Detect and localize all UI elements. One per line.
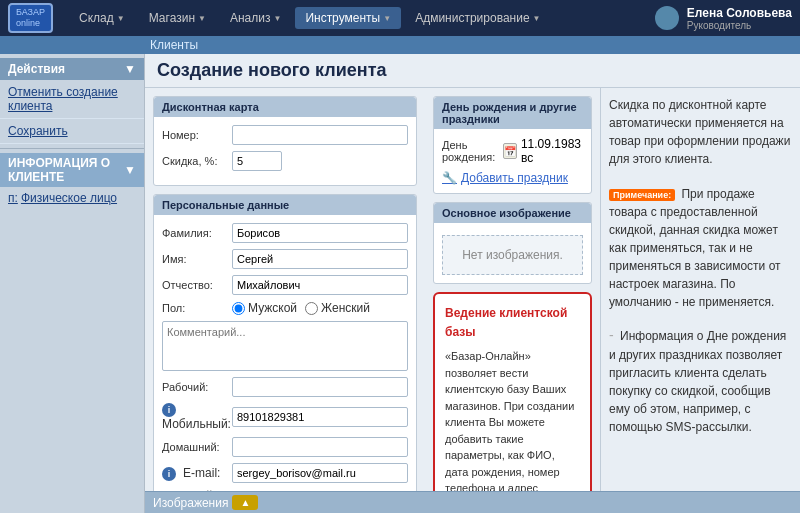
user-name: Елена Соловьева — [687, 6, 792, 20]
note-paragraph: Примечание: При продаже товара с предост… — [609, 185, 792, 311]
birthday-row: День рождения: 📅 11.09.1983 вс — [442, 137, 583, 165]
birthday-info-text: - Информация о Дне рождения и других пра… — [609, 325, 792, 436]
right-column: Скидка по дисконтной карте автоматически… — [600, 88, 800, 491]
main-layout: Действия ▼ Отменить создание клиента Сох… — [0, 54, 800, 513]
mobile-input[interactable] — [232, 407, 408, 427]
mobile-row: i Мобильный: — [162, 403, 408, 431]
discount-number-input[interactable] — [232, 125, 408, 145]
user-info: Елена Соловьева Руководитель — [655, 6, 792, 31]
patronymic-label: Отчество: — [162, 279, 232, 291]
note-label: Примечание: — [609, 189, 675, 201]
chevron-down-icon: ▼ — [124, 163, 136, 177]
page-title: Создание нового клиента — [145, 54, 800, 88]
sidebar: Действия ▼ Отменить создание клиента Сох… — [0, 54, 145, 513]
chevron-down-icon: ▼ — [198, 14, 206, 23]
left-column: Дисконтная карта Номер: Скидка, %: — [145, 88, 425, 491]
gender-female-label[interactable]: Женский — [305, 301, 370, 315]
popup-title: Ведение клиентской базы — [445, 304, 580, 342]
discount-info-text: Скидка по дисконтной карте автоматически… — [609, 96, 792, 311]
mobile-label: i Мобильный: — [162, 403, 232, 431]
logo-line1: БАЗАР — [16, 7, 45, 18]
birthday-label: День рождения: — [442, 139, 503, 163]
birthday-input-group: 📅 11.09.1983 вс — [503, 137, 583, 165]
main-image-body: Нет изображения. — [434, 223, 591, 283]
personal-data-section: Персональные данные Фамилия: Имя: Отчест… — [153, 194, 417, 491]
nav-admin[interactable]: Администрирование ▼ — [405, 7, 550, 29]
personal-data-body: Фамилия: Имя: Отчество: Пол: — [154, 215, 416, 491]
birthday-value: 11.09.1983 вс — [521, 137, 583, 165]
surname-input[interactable] — [232, 223, 408, 243]
middle-column: День рождения и другие праздники День ро… — [425, 88, 600, 491]
client-info-header: ИНФОРМАЦИЯ О КЛИЕНТЕ ▼ — [0, 153, 144, 187]
work-phone-input[interactable] — [232, 377, 408, 397]
client-type-prefix: п: — [8, 191, 18, 205]
logo-box: БАЗАР online — [8, 3, 53, 33]
discount-number-row: Номер: — [162, 125, 408, 145]
patronymic-input[interactable] — [232, 275, 408, 295]
home-phone-input[interactable] — [232, 437, 408, 457]
chevron-down-icon: ▼ — [533, 14, 541, 23]
content-columns: Дисконтная карта Номер: Скидка, %: — [145, 88, 800, 491]
birthday-section: День рождения и другие праздники День ро… — [433, 96, 592, 194]
birthday-body: День рождения: 📅 11.09.1983 вс 🔧 Добавит… — [434, 129, 591, 193]
content-area: Создание нового клиента Дисконтная карта… — [145, 54, 800, 513]
add-holiday-button[interactable]: 🔧 Добавить праздник — [442, 171, 583, 185]
gender-label: Пол: — [162, 302, 232, 314]
discount-number-label: Номер: — [162, 129, 232, 141]
popup-box: Ведение клиентской базы «Базар-Онлайн» п… — [433, 292, 592, 491]
sidebar-item-save[interactable]: Сохранить — [0, 119, 144, 144]
actions-header: Действия ▼ — [0, 58, 144, 80]
bottom-bar-button[interactable]: ▲ — [232, 495, 258, 510]
nav-analiz[interactable]: Анализ ▼ — [220, 7, 291, 29]
birthday-header: День рождения и другие праздники — [434, 97, 591, 129]
comment-row — [162, 321, 408, 371]
popup-text: «Базар-Онлайн» позволяет вести клиентску… — [445, 348, 580, 491]
actions-dropdown-icon: ▼ — [124, 62, 136, 76]
sidebar-item-cancel[interactable]: Отменить создание клиента — [0, 80, 144, 119]
chevron-down-icon: ▼ — [117, 14, 125, 23]
info-icon: i — [162, 403, 176, 417]
surname-label: Фамилия: — [162, 227, 232, 239]
home-phone-label: Домашний: — [162, 441, 232, 453]
info-icon-email: i — [162, 467, 176, 481]
sidebar-divider — [0, 148, 144, 149]
discount-card-header: Дисконтная карта — [154, 97, 416, 117]
gender-male-label[interactable]: Мужской — [232, 301, 297, 315]
user-role: Руководитель — [687, 20, 792, 31]
bottom-bar-label: Изображения — [153, 496, 228, 510]
discount-card-body: Номер: Скидка, %: — [154, 117, 416, 185]
nav-magazin[interactable]: Магазин ▼ — [139, 7, 216, 29]
wrench-icon: 🔧 — [442, 171, 457, 185]
discount-percent-input[interactable] — [232, 151, 282, 171]
work-phone-row: Рабочий: — [162, 377, 408, 397]
chevron-down-icon: ▼ — [383, 14, 391, 23]
surname-row: Фамилия: — [162, 223, 408, 243]
comment-textarea[interactable] — [162, 321, 408, 371]
main-image-header: Основное изображение — [434, 203, 591, 223]
discount-card-section: Дисконтная карта Номер: Скидка, %: — [153, 96, 417, 186]
email-label: i E-mail: — [162, 466, 232, 481]
nav-sklad[interactable]: Склад ▼ — [69, 7, 135, 29]
discount-info-paragraph: Скидка по дисконтной карте автоматически… — [609, 96, 792, 168]
logo: БАЗАР online — [8, 3, 53, 33]
user-avatar — [655, 6, 679, 30]
birthday-info-paragraph: - Информация о Дне рождения и других пра… — [609, 325, 792, 436]
personal-data-header: Персональные данные — [154, 195, 416, 215]
gender-female-radio[interactable] — [305, 302, 318, 315]
main-image-section: Основное изображение Нет изображения. — [433, 202, 592, 284]
client-type-row: п: Физическое лицо — [0, 187, 144, 209]
image-placeholder: Нет изображения. — [442, 235, 583, 275]
logo-line2: online — [16, 18, 45, 29]
gender-male-radio[interactable] — [232, 302, 245, 315]
nav-instruments[interactable]: Инструменты ▼ — [295, 7, 401, 29]
work-phone-label: Рабочий: — [162, 381, 232, 393]
name-input[interactable] — [232, 249, 408, 269]
chevron-down-icon: ▼ — [273, 14, 281, 23]
calendar-icon[interactable]: 📅 — [503, 143, 517, 159]
email-row: i E-mail: — [162, 463, 408, 483]
nav-items: Склад ▼ Магазин ▼ Анализ ▼ Инструменты ▼… — [69, 7, 655, 29]
note-text: При продаже товара с предоставленной ски… — [609, 187, 781, 309]
email-input[interactable] — [232, 463, 408, 483]
discount-percent-row: Скидка, %: — [162, 151, 408, 171]
client-type-link[interactable]: Физическое лицо — [21, 191, 117, 205]
